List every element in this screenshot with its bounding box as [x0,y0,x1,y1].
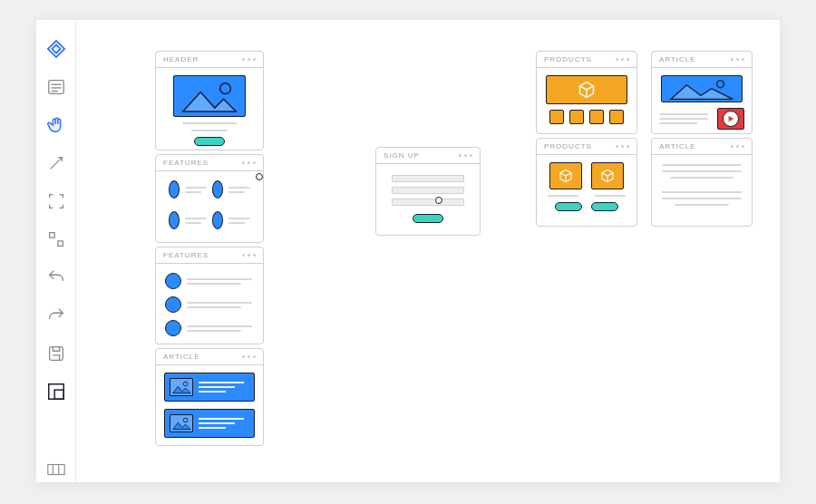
block-title: FEATURES [163,251,209,259]
window-dots-icon [731,58,744,61]
link-node[interactable] [435,197,442,204]
save-icon[interactable] [44,341,69,366]
product-thumb [589,110,604,124]
window-dots-icon [242,58,256,61]
svg-point-14 [183,418,188,422]
input-field [392,175,464,182]
undo-icon[interactable] [44,265,69,290]
cta-button [555,202,582,211]
feature-circle [169,211,180,229]
text-line [662,198,742,199]
window-dots-icon [731,145,744,148]
block-titlebar: PRODUCTS [537,139,636,155]
product-thumb [569,110,584,124]
properties-view-icon[interactable] [44,457,69,482]
block-products-bottom[interactable]: PRODUCTS [536,138,637,227]
svg-rect-5 [48,384,63,400]
image-placeholder [173,75,246,117]
block-article-side[interactable]: ARTICLE [651,51,753,134]
product-hero [546,75,627,104]
thumbnail-icon [170,414,193,432]
image-placeholder [661,75,743,102]
window-dots-icon [242,254,256,257]
svg-rect-4 [49,347,63,361]
toolbar [36,20,76,482]
block-products-top[interactable]: PRODUCTS [536,51,637,134]
product-card [549,162,582,189]
crop-icon[interactable] [44,227,69,252]
block-titlebar: ARTICLE [156,349,263,365]
cta-button [591,202,618,211]
svg-point-15 [717,81,724,88]
shape-icon[interactable] [44,36,69,62]
hand-icon[interactable] [44,112,69,138]
block-title: PRODUCTS [544,142,592,150]
input-field [392,199,464,206]
svg-point-13 [183,382,188,386]
text-line [662,170,742,172]
svg-point-12 [220,83,231,94]
block-signup[interactable]: SIGN UP [375,147,481,236]
text-line [662,191,742,193]
feature-circle [212,180,223,199]
product-card [591,162,624,189]
feature-circle [165,296,181,313]
cta-button [194,137,225,146]
block-features-grid[interactable]: FEATURES [155,154,264,243]
pointer-icon[interactable] [44,150,69,176]
window-dots-icon [242,161,256,164]
feature-circle [212,211,223,229]
article-card [164,409,255,438]
link-node[interactable] [256,173,263,180]
article-card [164,373,255,402]
layout-icon[interactable] [44,379,69,404]
product-thumb [549,110,564,124]
text-line [662,164,742,166]
block-titlebar: FEATURES [156,247,263,264]
svg-rect-6 [54,390,63,399]
text-panel-icon[interactable] [44,74,69,100]
product-thumb [609,110,624,124]
block-titlebar: ARTICLE [652,139,752,155]
window-dots-icon [242,355,256,358]
redo-icon[interactable] [44,303,69,328]
input-field [392,187,464,194]
block-titlebar: FEATURES [156,155,263,171]
video-placeholder [717,108,744,130]
play-icon [723,111,739,127]
feature-circle [165,273,181,289]
block-title: ARTICLE [659,142,696,150]
canvas[interactable]: HEADER FEATURES [76,20,780,482]
block-title: HEADER [163,55,199,63]
block-article-side2[interactable]: ARTICLE [651,138,753,227]
block-features-list[interactable]: FEATURES [155,247,264,344]
block-titlebar: ARTICLE [652,52,752,68]
svg-rect-7 [47,465,63,475]
block-title: SIGN UP [384,151,420,160]
window-dots-icon [616,145,629,148]
block-title: FEATURES [163,159,209,167]
window-dots-icon [459,154,472,157]
submit-button [413,214,443,223]
block-article-cards[interactable]: ARTICLE [155,348,264,446]
feature-circle [165,320,181,336]
text-line [191,130,228,131]
block-title: ARTICLE [659,55,696,63]
block-header[interactable]: HEADER [155,51,264,150]
text-line [675,204,729,206]
frame-icon[interactable] [44,189,69,214]
block-titlebar: SIGN UP [376,148,480,164]
text-line [182,122,237,124]
feature-circle [169,180,180,199]
thumbnail-icon [170,378,193,396]
text-line [670,177,733,179]
block-titlebar: PRODUCTS [537,52,636,68]
block-title: PRODUCTS [544,55,592,63]
block-title: ARTICLE [163,353,200,361]
window-dots-icon [616,58,629,61]
wireframe-app: HEADER FEATURES [36,20,780,482]
block-titlebar: HEADER [156,52,263,68]
